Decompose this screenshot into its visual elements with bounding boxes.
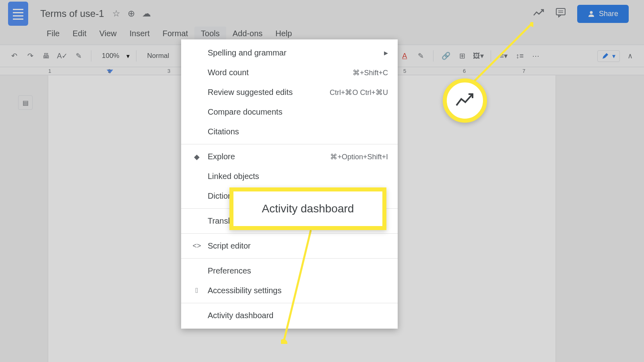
tools-accessibility[interactable]: 𖠋Accessibility settings	[181, 281, 398, 300]
tools-spelling[interactable]: Spelling and grammar▸	[181, 43, 398, 63]
menu-edit[interactable]: Edit	[66, 27, 93, 41]
share-label: Share	[599, 10, 618, 18]
menu-addons[interactable]: Add-ons	[226, 27, 269, 41]
ruler-tick: 1	[48, 68, 51, 74]
cloud-status-icon[interactable]: ☁	[142, 8, 151, 19]
docs-logo-icon[interactable]	[8, 2, 28, 26]
ruler-tick: 7	[522, 68, 525, 74]
ruler-tick: 6	[463, 68, 466, 74]
undo-button[interactable]: ↶	[8, 50, 20, 62]
menu-view[interactable]: View	[93, 27, 123, 41]
redo-button[interactable]: ↷	[24, 50, 36, 62]
highlight-color-button[interactable]: ✎	[415, 50, 427, 62]
insert-link-button[interactable]: 🔗	[440, 50, 452, 62]
tools-review-suggested[interactable]: Review suggested editsCtrl+⌘O Ctrl+⌘U	[181, 82, 398, 102]
activity-dashboard-icon[interactable]	[533, 8, 544, 19]
share-button[interactable]: Share	[577, 5, 629, 23]
align-button[interactable]: ≡▾	[497, 50, 510, 62]
tools-compare[interactable]: Compare documents	[181, 102, 398, 122]
text-color-button[interactable]: A	[398, 50, 411, 62]
menu-insert[interactable]: Insert	[123, 27, 156, 41]
paint-format-button[interactable]: ✎	[72, 50, 85, 62]
star-icon[interactable]: ☆	[112, 8, 120, 19]
chevron-right-icon: ▸	[384, 48, 388, 58]
menu-help[interactable]: Help	[269, 27, 298, 41]
tools-preferences[interactable]: Preferences	[181, 261, 398, 281]
insert-image-button[interactable]: 🖼▾	[472, 50, 484, 62]
ruler-tick: 5	[403, 68, 406, 74]
ruler-tick: 3	[167, 68, 170, 74]
collapse-toolbar-button[interactable]: ∧	[624, 50, 636, 62]
spellcheck-button[interactable]: A✓	[56, 50, 68, 62]
tools-linked-objects[interactable]: Linked objects	[181, 167, 398, 186]
tools-citations[interactable]: Citations	[181, 122, 398, 142]
pencil-icon	[602, 52, 609, 60]
accessibility-icon: 𖠋	[191, 286, 203, 295]
title-bar: Terms of use-1 ☆ ⊕ ☁ Share	[0, 0, 644, 24]
svg-rect-0	[556, 8, 565, 15]
add-comment-button[interactable]: ⊞	[456, 50, 468, 62]
tools-script-editor[interactable]: <>Script editor	[181, 236, 398, 256]
tools-activity-dashboard[interactable]: Activity dashboard	[181, 306, 398, 325]
trending-up-icon	[455, 90, 475, 111]
callout-circle	[443, 78, 487, 123]
ruler-tick: 2	[108, 68, 111, 74]
menu-format[interactable]: Format	[156, 27, 194, 41]
menu-file[interactable]: File	[40, 27, 66, 41]
tools-word-count[interactable]: Word count⌘+Shift+C	[181, 63, 398, 82]
callout-label: Activity dashboard	[262, 202, 354, 215]
editing-mode-button[interactable]: ▾	[597, 50, 620, 62]
more-button[interactable]: ⋯	[530, 50, 542, 62]
zoom-select[interactable]: 100%▾	[98, 52, 130, 60]
line-spacing-button[interactable]: ↕≡	[514, 50, 526, 62]
explore-icon: ◆	[191, 152, 203, 161]
print-button[interactable]: 🖶	[40, 50, 52, 62]
script-icon: <>	[191, 242, 203, 250]
callout-box: Activity dashboard	[229, 187, 386, 230]
document-title[interactable]: Terms of use-1	[40, 8, 104, 19]
outline-toggle-button[interactable]: ▤	[18, 95, 33, 110]
tools-explore[interactable]: ◆Explore⌘+Option+Shift+I	[181, 147, 398, 167]
paragraph-style-select[interactable]: Normal	[143, 52, 173, 60]
svg-point-3	[590, 11, 592, 14]
move-folder-icon[interactable]: ⊕	[128, 8, 135, 19]
menu-tools[interactable]: Tools	[194, 27, 226, 41]
comments-icon[interactable]	[555, 7, 566, 20]
tools-dropdown: Spelling and grammar▸ Word count⌘+Shift+…	[181, 39, 398, 329]
person-icon	[588, 10, 595, 17]
